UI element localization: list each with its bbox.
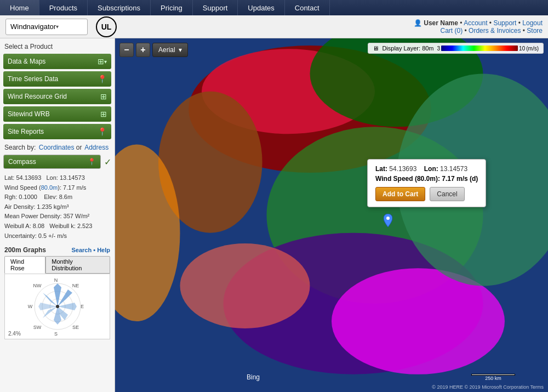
checkmark-button[interactable]: ✓ (104, 157, 111, 167)
map-area[interactable]: − + Aerial ▾ 🖥 Display Layer: 80m 3 10 (… (115, 38, 548, 392)
svg-text:S: S (54, 331, 57, 337)
bing-logo: Bing (247, 373, 260, 381)
pin-icon: 📍 (98, 75, 107, 83)
scale-min: 3 (437, 46, 441, 52)
graphs-title-text: 200m Graphs (4, 246, 46, 254)
top-navigation: Home Products Subscriptions Pricing Supp… (0, 0, 548, 15)
uncertainty: Uncertainty: 0.5 +/- m/s (4, 231, 110, 241)
location-icon: 📍 (88, 158, 96, 166)
aerial-label: Aerial (158, 46, 175, 54)
coordinates-link[interactable]: Coordinates (39, 144, 75, 151)
logout-link[interactable]: Logout (522, 19, 543, 27)
scale-bar: 250 km (471, 374, 515, 381)
username: User Name (424, 19, 458, 27)
product-select[interactable]: Windnavigator ▾ (5, 19, 88, 35)
sidebar-time-series-label: Time Series Data (8, 75, 95, 83)
nav-subscriptions[interactable]: Subscriptions (88, 0, 151, 15)
sidebar-time-series[interactable]: Time Series Data 📍 (3, 71, 111, 87)
svg-point-23 (386, 217, 390, 220)
nav-pricing[interactable]: Pricing (151, 0, 193, 15)
display-layer-badge: 🖥 Display Layer: 80m 3 10 (m/s) (368, 43, 544, 54)
zoom-in-button[interactable]: + (136, 43, 150, 57)
sidebar-wind-resource[interactable]: Wind Resource Grid ⊞ (3, 89, 111, 104)
map-background (115, 38, 548, 392)
scale-unit: (m/s) (526, 46, 539, 52)
lat-value: Lat: 54.13693 Lon: 13.14573 (4, 173, 110, 183)
add-to-cart-button[interactable]: Add to Cart (375, 187, 425, 201)
ul-logo: UL (96, 16, 117, 37)
dropdown-caret-icon: ▾ (56, 24, 83, 30)
svg-text:NE: NE (72, 283, 79, 288)
wind-rose-svg: N S W E NE NW SE SW (27, 276, 88, 337)
mean-power: Mean Power Density: 357 W/m² (4, 212, 110, 221)
zoom-out-button[interactable]: − (119, 43, 134, 57)
scale-max: 10 (519, 46, 525, 52)
wind-speed-info: Wind Speed (80.0m): 7.17 m/s (4, 183, 110, 193)
aerial-button[interactable]: Aerial ▾ (152, 43, 188, 57)
aerial-caret-icon: ▾ (179, 46, 182, 54)
grid-icon: ⊞ (98, 57, 104, 66)
weibull: Weibull A: 8.08 Weibull k: 2.523 (4, 221, 110, 231)
display-layer-icon: 🖥 (373, 45, 379, 52)
pin2-icon: 📍 (98, 127, 107, 136)
graphs-tabs: Wind Rose Monthly Distribution (4, 256, 110, 274)
popup-lon-value: 13.14573 (440, 165, 467, 173)
scale-distance: 250 km (485, 376, 501, 381)
popup-lat-value: 54.13693 (389, 165, 416, 173)
svg-point-22 (180, 243, 310, 328)
coordinates-info: Lat: 54.13693 Lon: 13.14573 Wind Speed (… (0, 170, 115, 244)
nav-contact[interactable]: Contact (285, 0, 330, 15)
copyright-text: © 2019 HERE © 2019 Microsoft Corporation… (432, 384, 544, 390)
sidebar-wind-resource-label: Wind Resource Grid (8, 93, 98, 100)
wind-depth: 80.0m (41, 184, 58, 191)
popup-coords: Lat: 54.13693 Lon: 13.14573 (375, 165, 478, 173)
orders-link[interactable]: Orders & Invoices (469, 27, 521, 35)
pin-svg (384, 214, 392, 227)
store-link[interactable]: Store (527, 27, 543, 35)
tab-wind-rose[interactable]: Wind Rose (4, 256, 45, 274)
sidebar-site-reports[interactable]: Site Reports 📍 (3, 124, 111, 139)
user-info: 👤 User Name • Account • Support • Logout… (414, 19, 543, 35)
search-by-label: Search by: (4, 144, 36, 151)
address-link[interactable]: Address (84, 144, 109, 151)
grid2-icon: ⊞ (100, 92, 107, 101)
cart-link[interactable]: Cart (0) (441, 27, 463, 35)
map-pin[interactable] (384, 214, 392, 225)
account-link[interactable]: Account (464, 19, 487, 27)
nav-updates[interactable]: Updates (238, 0, 284, 15)
percent-label: 2.4% (8, 331, 21, 337)
product-select-label: Windnavigator (10, 22, 56, 31)
popup-lat-label: Lat: (375, 165, 387, 173)
tab-monthly-distribution[interactable]: Monthly Distribution (45, 256, 110, 274)
sidebar-sitewind-label: Sitewind WRB (8, 110, 98, 118)
svg-text:W: W (27, 304, 32, 309)
svg-text:E: E (80, 304, 83, 309)
search-graphs-link[interactable]: Search (71, 247, 92, 253)
popup-wind-value: 7.17 m/s (d) (442, 175, 478, 183)
popup-buttons: Add to Cart Cancel (375, 187, 478, 201)
cancel-button[interactable]: Cancel (430, 187, 464, 201)
nav-support[interactable]: Support (193, 0, 238, 15)
help-graphs-link[interactable]: Help (97, 247, 110, 253)
map-popup: Lat: 54.13693 Lon: 13.14573 Wind Speed (… (367, 159, 486, 207)
display-layer-text: Display Layer: 80m (382, 45, 433, 52)
popup-wind-label: Wind Speed (80.0m): (375, 175, 440, 183)
compass-row: Compass 📍 ✓ (3, 155, 111, 169)
color-scale-bar (441, 46, 518, 51)
or-text: or (76, 144, 82, 151)
support-link[interactable]: Support (493, 19, 516, 27)
rgh-elev: Rgh: 0.1000 Elev: 8.6m (4, 192, 110, 202)
sidebar-data-maps-label: Data & Maps (8, 58, 95, 65)
graphs-section: 200m Graphs Search • Help Wind Rose Mont… (0, 244, 115, 342)
compass-label: Compass (8, 158, 36, 166)
nav-home[interactable]: Home (0, 0, 39, 15)
main-layout: Select a Product Data & Maps ⊞ ▾ Time Se… (0, 38, 548, 392)
sidebar-data-maps[interactable]: Data & Maps ⊞ ▾ (3, 54, 111, 69)
grid3-icon: ⊞ (100, 110, 107, 118)
sidebar-sitewind[interactable]: Sitewind WRB ⊞ (3, 106, 111, 122)
sidebar-search-by: Search by: Coordinates or Address (0, 140, 115, 154)
popup-lon-label: Lon: (424, 165, 438, 173)
compass-input[interactable]: Compass 📍 (3, 155, 101, 169)
sidebar: Select a Product Data & Maps ⊞ ▾ Time Se… (0, 38, 115, 392)
nav-products[interactable]: Products (39, 0, 88, 15)
